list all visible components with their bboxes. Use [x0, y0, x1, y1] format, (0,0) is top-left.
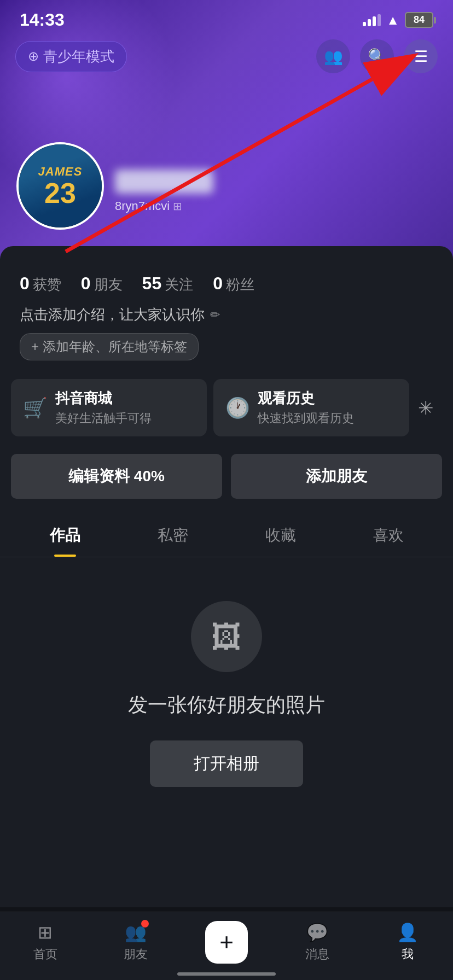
friends-notification-dot: [141, 920, 149, 928]
profile-content: 0 获赞 0 朋友 55 关注 0 粉丝 点击添加介绍，让大家认识你 ✏: [0, 246, 453, 907]
hero-action-buttons: 👥 🔍 ☰: [316, 39, 438, 73]
photo-icon: 🖼: [211, 619, 242, 655]
nav-item-profile[interactable]: 👤 我: [362, 922, 453, 962]
followers-label: 粉丝: [226, 275, 254, 294]
avatar-inner: JAMES 23: [19, 144, 102, 228]
action-buttons: 编辑资料 40% 添加朋友: [0, 445, 453, 510]
open-album-button[interactable]: 打开相册: [150, 740, 303, 787]
add-tag-label: + 添加年龄、所在地等标签: [31, 338, 187, 355]
nav-item-messages[interactable]: 💬 消息: [272, 922, 363, 962]
nav-item-create[interactable]: +: [181, 921, 272, 964]
quick-link-more-button[interactable]: ✳: [409, 387, 442, 429]
shop-text: 抖音商城 美好生活触手可得: [55, 389, 152, 427]
status-icons: ▲ 84: [363, 12, 433, 28]
tab-likes[interactable]: 喜欢: [334, 512, 442, 557]
qr-icon: ⊞: [173, 200, 182, 213]
bio-text[interactable]: 点击添加介绍，让大家认识你 ✏: [20, 305, 433, 324]
quick-link-shop[interactable]: 🛒 抖音商城 美好生活触手可得: [11, 379, 207, 436]
bottom-spacer: [0, 820, 453, 907]
quick-link-history[interactable]: 🕐 观看历史 快速找到观看历史: [213, 379, 409, 436]
empty-icon-circle: 🖼: [191, 601, 262, 672]
tab-works-label: 作品: [50, 527, 80, 544]
add-friend-button[interactable]: 添加朋友: [231, 454, 442, 499]
nav-label-profile: 我: [402, 946, 414, 962]
bio-placeholder: 点击添加介绍，让大家认识你: [20, 305, 205, 324]
history-text: 观看历史 快速找到观看历史: [258, 389, 354, 427]
stat-friends: 0 朋友: [81, 273, 123, 294]
youth-mode-badge[interactable]: ⊕ 青少年模式: [15, 41, 127, 72]
add-friend-label: 添加朋友: [306, 468, 367, 485]
create-button[interactable]: +: [205, 921, 248, 964]
tabs-row: 作品 私密 收藏 喜欢: [0, 512, 453, 557]
menu-icon-button[interactable]: ☰: [404, 39, 438, 73]
add-tag-button[interactable]: + 添加年龄、所在地等标签: [20, 333, 199, 360]
tab-favorites-label: 收藏: [265, 527, 296, 544]
messages-nav-icon: 💬: [306, 922, 328, 943]
edit-progress: 40%: [134, 468, 165, 485]
svg-line-1: [66, 79, 372, 252]
search-icon: 🔍: [368, 48, 387, 66]
stat-likes: 0 获赞: [20, 273, 61, 294]
username-area: 8ryn7mcvi ⊞: [115, 170, 420, 213]
nav-label-messages: 消息: [305, 946, 329, 962]
bottom-nav: ⊞ 首页 👥 朋友 + 💬 消息 👤 我: [0, 912, 453, 980]
empty-state: 🖼 发一张你好朋友的照片 打开相册: [0, 557, 453, 820]
likes-count: 0: [20, 273, 30, 294]
asterisk-icon: ✳: [418, 398, 433, 418]
edit-profile-label: 编辑资料: [68, 468, 134, 485]
shop-icon: 🛒: [23, 396, 48, 419]
home-icon: ⊞: [38, 922, 53, 943]
shop-subtitle: 美好生活触手可得: [55, 410, 152, 427]
user-id: 8ryn7mcvi ⊞: [115, 199, 420, 213]
profile-nav-icon: 👤: [397, 922, 419, 943]
signal-icon: [363, 14, 381, 26]
bio-section: 点击添加介绍，让大家认识你 ✏ + 添加年龄、所在地等标签: [0, 305, 453, 370]
friends-count: 0: [81, 273, 91, 294]
hero-top-bar: ⊕ 青少年模式 👥 🔍 ☰: [0, 39, 453, 73]
youth-mode-label: 青少年模式: [43, 47, 114, 66]
nav-item-home[interactable]: ⊞ 首页: [0, 922, 91, 962]
people-icon: 👥: [324, 48, 343, 66]
stats-row: 0 获赞 0 朋友 55 关注 0 粉丝: [0, 257, 453, 305]
status-time: 14:33: [20, 10, 65, 30]
jersey-number: 23: [44, 179, 76, 207]
nav-label-friends: 朋友: [124, 946, 148, 962]
hero-banner: 14:33 ▲ 84 ⊕ 青少年模式 👥: [0, 0, 453, 262]
nav-label-home: 首页: [33, 946, 57, 962]
empty-title: 发一张你好朋友的照片: [128, 692, 325, 719]
battery-indicator: 84: [405, 12, 433, 28]
home-indicator: [177, 972, 276, 976]
quick-links: 🛒 抖音商城 美好生活触手可得 🕐 观看历史 快速找到观看历史 ✳: [0, 370, 453, 445]
stat-following[interactable]: 55 关注: [142, 273, 194, 294]
edit-icon: ✏: [210, 308, 220, 322]
history-subtitle: 快速找到观看历史: [258, 410, 354, 427]
tab-private[interactable]: 私密: [119, 512, 226, 557]
history-icon: 🕐: [225, 396, 250, 419]
search-icon-button[interactable]: 🔍: [360, 39, 394, 73]
tags-row: + 添加年龄、所在地等标签: [20, 333, 433, 360]
friends-nav-wrap: 👥 朋友: [124, 922, 148, 962]
tab-likes-label: 喜欢: [373, 527, 404, 544]
nav-item-friends[interactable]: 👥 朋友: [91, 922, 182, 962]
edit-profile-button[interactable]: 编辑资料 40%: [11, 454, 222, 499]
shop-title: 抖音商城: [55, 389, 152, 408]
username-blurred: [115, 170, 213, 194]
friends-icon-button[interactable]: 👥: [316, 39, 350, 73]
profile-avatar[interactable]: JAMES 23: [16, 142, 104, 230]
friends-label: 朋友: [94, 275, 123, 294]
hamburger-icon: ☰: [414, 48, 428, 66]
shield-icon: ⊕: [28, 49, 39, 64]
likes-label: 获赞: [33, 275, 61, 294]
tab-private-label: 私密: [158, 527, 188, 544]
followers-count: 0: [213, 273, 223, 294]
wifi-icon: ▲: [386, 13, 399, 28]
tab-favorites[interactable]: 收藏: [226, 512, 334, 557]
open-album-label: 打开相册: [194, 754, 259, 772]
tab-works[interactable]: 作品: [11, 512, 119, 557]
following-count: 55: [142, 273, 162, 294]
history-title: 观看历史: [258, 389, 354, 408]
following-label: 关注: [165, 275, 193, 294]
plus-icon: +: [219, 929, 234, 956]
status-bar: 14:33 ▲ 84: [0, 0, 453, 36]
stat-followers: 0 粉丝: [213, 273, 254, 294]
